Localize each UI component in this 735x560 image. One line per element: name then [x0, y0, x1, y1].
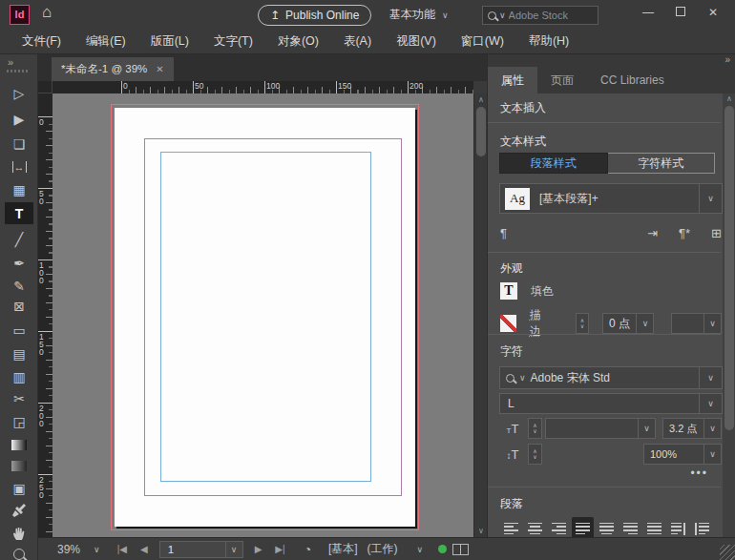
selection-tool[interactable]: ▷ — [5, 82, 33, 104]
vertical-scale-field[interactable]: 100% ∨ — [643, 444, 722, 465]
collapse-panel-icon[interactable]: » — [724, 54, 730, 65]
menu-table[interactable]: 表(A) — [331, 33, 384, 50]
menu-object[interactable]: 对象(O) — [265, 33, 331, 50]
scroll-down-icon[interactable]: ∨ — [474, 527, 488, 535]
pencil-tool[interactable]: ✎ — [5, 275, 33, 297]
direct-selection-tool[interactable]: ▶ — [5, 108, 33, 130]
scroll-up-icon[interactable]: ∧ — [723, 94, 735, 103]
new-style-icon[interactable]: ⊞ — [711, 226, 722, 240]
font-size-stepper[interactable]: ∧∨ — [528, 418, 542, 439]
vertical-ruler[interactable]: 0 50 100 150 200 250 — [38, 93, 52, 537]
character-styles-tab[interactable]: 字符样式 — [608, 153, 716, 174]
eyedropper-tool[interactable] — [5, 499, 33, 521]
scissors-tool-icon: ✂ — [13, 391, 25, 406]
first-page-button[interactable]: |◀ — [117, 544, 127, 554]
horizontal-ruler[interactable]: 0 50 100 150 200 — [52, 81, 473, 93]
font-size-field[interactable]: ∨ — [545, 418, 656, 439]
scroll-up-icon[interactable]: ∧ — [474, 95, 488, 104]
redefine-style-icon[interactable]: ¶* — [679, 226, 690, 240]
hand-tool[interactable] — [5, 522, 33, 544]
rectangle-frame-tool[interactable]: ⊠ — [5, 295, 33, 317]
close-tab-icon[interactable]: ✕ — [156, 64, 163, 74]
document-tab[interactable]: *未命名-1 @ 39% ✕ — [52, 57, 174, 81]
tab-properties[interactable]: 属性 — [488, 67, 537, 93]
previous-page-button[interactable]: ◀ — [140, 544, 148, 554]
panel-grip[interactable] — [7, 70, 28, 73]
vertical-grid-tool[interactable]: ▥ — [5, 365, 33, 387]
gradient-feather-tool[interactable] — [5, 455, 33, 477]
page-number-field[interactable]: 1 ∨ — [159, 541, 243, 558]
window-resize-grip[interactable] — [720, 545, 735, 560]
zoom-level-value[interactable]: 39% — [57, 543, 80, 556]
ruler-tick-label: 100 — [39, 261, 46, 284]
menu-layout[interactable]: 版面(L) — [138, 33, 201, 50]
pen-tool[interactable]: ✒ — [5, 252, 33, 274]
home-icon[interactable]: ⌂ — [42, 3, 52, 22]
stroke-weight-field[interactable]: 0 点 ∨ — [602, 313, 654, 334]
copy-style-icon[interactable]: ⇥ — [647, 226, 658, 240]
menu-type[interactable]: 文字(T) — [201, 33, 265, 50]
justify-all-icon — [647, 523, 662, 535]
expand-panel-icon[interactable]: » — [8, 56, 13, 68]
minimize-button[interactable]: — — [640, 6, 657, 19]
chevron-down-icon[interactable]: ∨ — [417, 545, 424, 554]
rectangle-tool[interactable]: ▭ — [5, 319, 33, 341]
search-input[interactable] — [509, 10, 583, 21]
text-frame[interactable] — [160, 152, 371, 482]
gap-tool[interactable]: ↔ — [5, 156, 33, 177]
menu-window[interactable]: 窗口(W) — [449, 33, 516, 50]
scrollbar-thumb[interactable] — [724, 106, 734, 430]
menu-edit[interactable]: 编辑(E) — [74, 33, 138, 50]
menu-help[interactable]: 帮助(H) — [516, 33, 581, 50]
stroke-type-dropdown[interactable]: ∨ — [671, 313, 722, 334]
more-options-icon[interactable]: ••• — [690, 467, 708, 480]
divider — [488, 487, 721, 487]
font-style-dropdown[interactable]: L ∨ — [499, 393, 723, 414]
close-button[interactable]: ✕ — [704, 6, 722, 19]
ruler-origin-box[interactable] — [38, 81, 52, 93]
menu-view[interactable]: 视图(V) — [384, 33, 449, 50]
fill-color-swatch[interactable]: T — [500, 282, 517, 300]
scrollbar-thumb[interactable] — [476, 107, 486, 156]
section-text-styles: 文本样式 — [500, 134, 546, 150]
panel-vertical-scrollbar[interactable]: ∧ ∨ — [723, 93, 735, 551]
horizontal-grid-tool[interactable]: ▤ — [5, 342, 33, 364]
content-collector-tool[interactable]: ▦ — [5, 178, 33, 200]
paragraph-styles-tab[interactable]: 段落样式 — [499, 153, 608, 174]
preflight-profile[interactable]: [基本] — [328, 541, 358, 557]
preflight-gauge-icon[interactable]: ◔ — [304, 543, 311, 556]
free-transform-tool[interactable]: ◲ — [5, 410, 33, 432]
type-tool[interactable]: T — [5, 202, 33, 224]
stroke-color-swatch[interactable] — [500, 315, 516, 332]
style-action-icons: ¶ ⇥ ¶* ⊞ — [500, 224, 722, 241]
font-family-value: Adobe 宋体 Std — [531, 370, 610, 386]
leading-value: 3.2 点 — [669, 422, 697, 436]
scissors-tool[interactable]: ✂ — [5, 387, 33, 409]
line-tool[interactable]: ╱ — [5, 228, 33, 250]
leading-field[interactable]: 3.2 点 ∨ — [662, 418, 722, 439]
publish-online-button[interactable]: ↥ Publish Online — [258, 5, 371, 26]
gradient-swatch-tool[interactable] — [5, 434, 33, 456]
zoom-tool[interactable] — [5, 543, 33, 560]
maximize-button[interactable] — [672, 6, 689, 19]
adobe-stock-search[interactable]: ∨ — [482, 6, 598, 25]
page-tool[interactable]: ❏ — [5, 133, 33, 155]
search-icon — [488, 11, 496, 20]
tab-cc-libraries[interactable]: CC Libraries — [587, 67, 678, 93]
menu-file[interactable]: 文件(F) — [10, 33, 74, 50]
paragraph-mark-icon[interactable]: ¶ — [500, 226, 507, 240]
last-page-button[interactable]: ▶| — [275, 544, 284, 554]
tab-pages[interactable]: 页面 — [537, 67, 587, 93]
font-family-dropdown[interactable]: ∨ Adobe 宋体 Std ∨ — [499, 366, 723, 389]
vertical-scale-stepper[interactable]: ∧∨ — [528, 444, 542, 465]
chevron-down-icon[interactable]: ∨ — [94, 545, 100, 554]
next-page-button[interactable]: ▶ — [255, 544, 262, 554]
note-tool[interactable]: ▣ — [5, 477, 33, 499]
workspace-switcher[interactable]: 基本功能 ∨ — [389, 7, 449, 23]
split-layout-icon[interactable] — [452, 544, 469, 555]
direct-selection-tool-icon: ▶ — [14, 112, 25, 127]
document-canvas[interactable] — [52, 93, 473, 537]
stroke-weight-stepper[interactable]: ∧∨ — [576, 313, 589, 334]
paragraph-style-dropdown[interactable]: Ag [基本段落]+ ∨ — [499, 183, 723, 214]
canvas-vertical-scrollbar[interactable]: ∧ ∨ — [473, 93, 487, 537]
